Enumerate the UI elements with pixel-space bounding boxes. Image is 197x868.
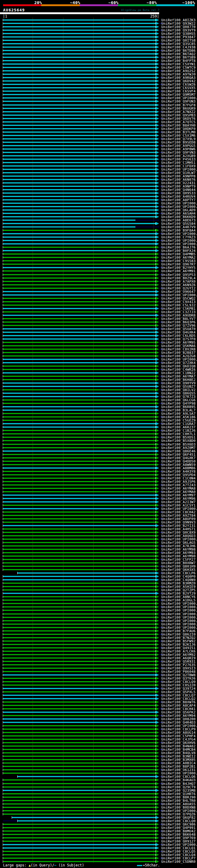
alignment-bar [3,651,156,652]
subject-arrowhead-icon [156,782,159,785]
alignment-bar [3,328,156,330]
alignment-bar [3,73,156,75]
alignment-bar [3,416,156,417]
subject-arrowhead-icon [156,717,159,720]
subject-arrowhead-icon [156,110,159,113]
alignment-bar [3,728,156,730]
alignment-bar [3,311,156,313]
alignment-bar [3,220,135,221]
alignment-bar [3,26,156,27]
alignment-bar [3,345,156,346]
alignment-bar [3,46,156,48]
subject-arrowhead-icon [156,830,159,833]
alignment-bar [3,111,156,113]
alignment-bar [3,447,156,448]
subject-arrowhead-icon [156,470,159,473]
legend-label: Large gaps: [3,863,29,867]
subject-arrowhead-icon [156,755,159,758]
alignment-bar [3,413,156,414]
subject-arrowhead-icon [156,704,159,707]
alignment-bar [3,359,156,360]
alignment-bar [3,569,156,570]
alignment-bar [3,627,156,628]
subject-arrowhead-icon [156,571,159,575]
alignment-bar [3,617,156,618]
alignment-bar [3,294,156,296]
alignment-bar [3,250,156,251]
subject-arrowhead-icon [156,799,159,802]
subject-arrowhead-icon [156,595,159,598]
alignment-bar [3,162,156,163]
alignment-bar [3,847,156,848]
subject-arrowhead-icon [156,249,159,252]
subject-arrowhead-icon [156,195,159,198]
subject-arrowhead-icon [156,398,159,402]
alignment-bar [3,831,156,832]
alignment-bar [3,142,156,143]
subject-arrowhead-icon [156,178,159,181]
alignment-bar [3,712,156,713]
subject-arrowhead-icon [156,168,159,171]
alignment-bar [3,192,156,194]
subject-arrowhead-icon [156,124,159,127]
subject-arrowhead-icon [156,606,159,609]
alignment-bar [3,148,156,150]
alignment-bar [3,104,156,105]
subject-arrowhead-icon [156,836,159,839]
alignment-bar [3,131,156,133]
alignment-bar [18,776,156,777]
alignment-bar [3,362,156,363]
alignment-bar [3,620,156,621]
alignment-bar [3,20,156,21]
alignment-bar [3,851,156,852]
alignment-bar [3,749,156,750]
alignment-bar [3,94,156,95]
alignment-bar [3,783,156,784]
alignment-bar [3,332,156,333]
subject-arrowhead-icon [156,446,159,449]
alignment-bar [3,406,156,407]
alignment-bar [3,477,156,479]
char-scale-text: =50char. [143,863,160,867]
subject-arrowhead-icon [156,734,159,738]
subject-arrowhead-icon [156,613,159,616]
hit-label[interactable]: UniRef100_C5DNR0 [161,860,196,864]
subject-arrowhead-icon [156,623,159,626]
alignment-bar [3,793,156,795]
subject-arrowhead-icon [156,73,159,76]
subject-arrowhead-icon [156,653,159,656]
subject-arrowhead-icon [156,25,159,28]
alignment-bar [3,444,156,445]
subject-arrowhead-icon [156,375,159,378]
alignment-bar [3,67,156,68]
legend-query-text: (in Query)/ [31,863,54,867]
subject-arrowhead-icon [156,80,159,83]
subject-arrowhead-icon [156,646,159,649]
subject-arrowhead-icon [156,35,159,38]
alignment-bar [3,277,156,279]
alignment-bar [12,817,156,818]
alignment-bar [3,155,156,156]
subject-arrowhead-icon [156,466,159,470]
subject-arrowhead-icon [156,331,159,334]
alignment-bar [3,206,156,207]
subject-arrowhead-icon [156,422,159,425]
subject-arrowhead-icon [156,541,159,544]
alignment-bar [3,243,156,245]
alignment-bar [3,389,156,391]
subject-arrowhead-icon [156,86,159,89]
subject-arrowhead-icon [156,324,159,327]
subject-arrowhead-icon [156,45,159,49]
subject-arrowhead-icon [156,259,159,262]
alignment-bar [3,372,156,373]
subject-arrowhead-icon [156,819,159,823]
subject-arrowhead-icon [156,242,159,245]
alignment-bar [3,53,156,55]
alignment-bar [3,43,156,44]
subject-arrowhead-icon [156,185,159,188]
alignment-bar [3,467,156,469]
subject-arrowhead-icon [156,680,159,683]
50char-bar-icon [137,865,142,866]
alignment-bar [3,495,156,496]
alignment-bar [3,274,156,275]
